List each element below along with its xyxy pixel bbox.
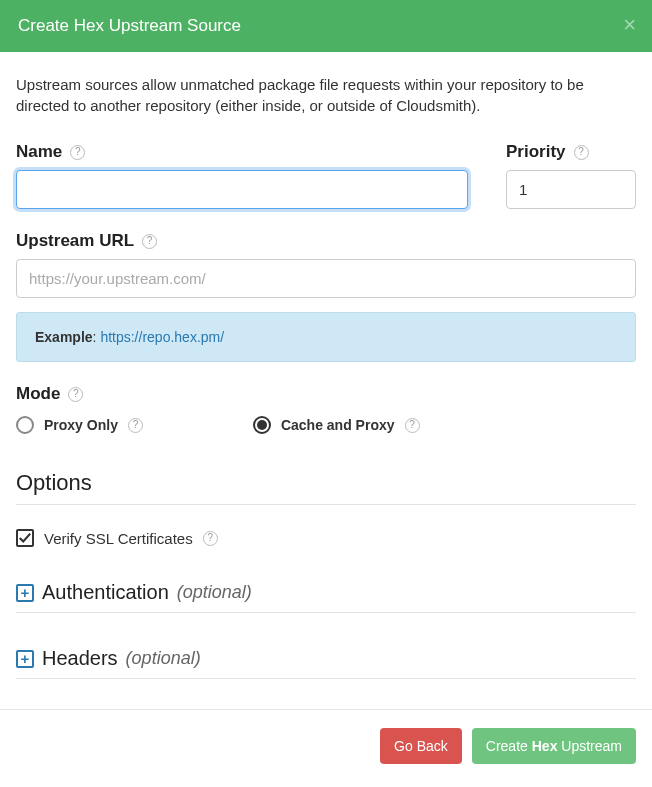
radio-icon — [253, 416, 271, 434]
modal-content: Upstream sources allow unmatched package… — [0, 52, 652, 709]
optional-label: (optional) — [177, 582, 252, 603]
name-label: Name — [16, 142, 62, 162]
help-icon[interactable]: ? — [405, 418, 420, 433]
expand-icon: + — [16, 650, 34, 668]
help-icon[interactable]: ? — [203, 531, 218, 546]
priority-label: Priority — [506, 142, 566, 162]
example-link[interactable]: https://repo.hex.pm/ — [100, 329, 224, 345]
mode-label: Mode — [16, 384, 60, 404]
create-upstream-button[interactable]: Create Hex Upstream — [472, 728, 636, 764]
help-icon[interactable]: ? — [68, 387, 83, 402]
headers-section[interactable]: + Headers (optional) — [16, 637, 636, 679]
priority-field-group: Priority ? — [506, 142, 636, 209]
optional-label: (optional) — [126, 648, 201, 669]
go-back-button[interactable]: Go Back — [380, 728, 462, 764]
help-icon[interactable]: ? — [128, 418, 143, 433]
priority-input[interactable] — [506, 170, 636, 209]
section-title: Authentication — [42, 581, 169, 604]
modal-header: Create Hex Upstream Source × — [0, 0, 652, 52]
url-label: Upstream URL — [16, 231, 134, 251]
help-icon[interactable]: ? — [574, 145, 589, 160]
help-icon[interactable]: ? — [142, 234, 157, 249]
authentication-section[interactable]: + Authentication (optional) — [16, 571, 636, 613]
mode-field-group: Mode ? Proxy Only ? Cache and Proxy ? — [16, 384, 636, 434]
section-title: Headers — [42, 647, 118, 670]
name-input[interactable] — [16, 170, 468, 209]
description-text: Upstream sources allow unmatched package… — [16, 74, 636, 116]
name-field-group: Name ? — [16, 142, 468, 209]
radio-proxy-only[interactable]: Proxy Only ? — [16, 416, 143, 434]
modal-footer: Go Back Create Hex Upstream — [0, 709, 652, 782]
radio-label: Cache and Proxy — [281, 417, 395, 433]
checkbox-label: Verify SSL Certificates — [44, 530, 193, 547]
close-icon[interactable]: × — [623, 14, 636, 36]
radio-cache-proxy[interactable]: Cache and Proxy ? — [253, 416, 420, 434]
url-field-group: Upstream URL ? Example: https://repo.hex… — [16, 231, 636, 362]
example-prefix: Example — [35, 329, 93, 345]
verify-ssl-checkbox[interactable]: Verify SSL Certificates ? — [16, 529, 636, 547]
modal-title: Create Hex Upstream Source — [18, 16, 634, 36]
radio-label: Proxy Only — [44, 417, 118, 433]
modal: Create Hex Upstream Source × Upstream so… — [0, 0, 652, 782]
url-input[interactable] — [16, 259, 636, 298]
example-box: Example: https://repo.hex.pm/ — [16, 312, 636, 362]
expand-icon: + — [16, 584, 34, 602]
radio-icon — [16, 416, 34, 434]
options-heading: Options — [16, 460, 636, 505]
checkbox-icon — [16, 529, 34, 547]
help-icon[interactable]: ? — [70, 145, 85, 160]
